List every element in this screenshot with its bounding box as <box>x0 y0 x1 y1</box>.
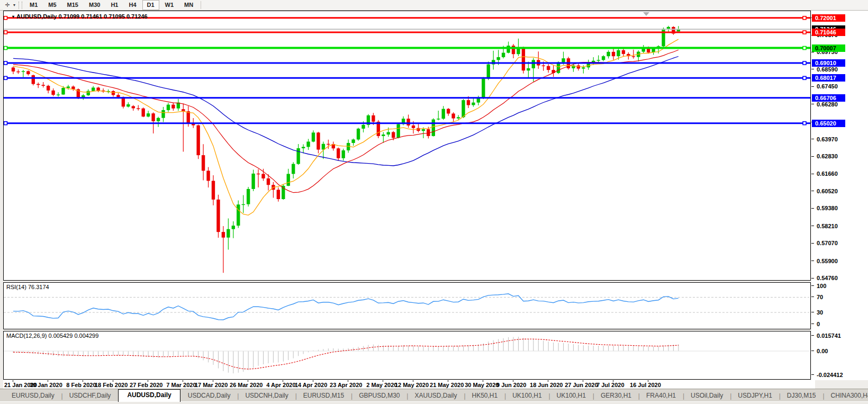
time-axis-label: 2 May 2020 <box>366 382 397 388</box>
price-axis-label: 0.57070 <box>817 240 838 246</box>
chart-title-ohlc: 0.71099 0.71461 0.71095 0.71246 <box>57 13 147 20</box>
chart-title-symbol: AUDUSD,Daily <box>16 13 57 20</box>
price-axis-tick <box>811 156 814 157</box>
price-axis-label: 0.58210 <box>817 223 838 229</box>
price-axis-label: 0.61660 <box>817 170 838 177</box>
chart-tab-uk100-h1[interactable]: UK100,H1| <box>505 390 549 402</box>
rsi-indicator-panel[interactable]: RSI(14) 76.3174 <box>3 282 811 329</box>
price-level-badge: 0.72001 <box>812 14 845 22</box>
macd-axis-label: -0.024412 <box>817 372 843 378</box>
price-axis-label: 0.62830 <box>817 153 838 159</box>
time-axis-label: 7 Jul 2020 <box>596 382 625 388</box>
macd-axis-label: 0.015741 <box>817 333 841 339</box>
chart-tab-eurusd-daily[interactable]: EURUSD,Daily| <box>4 390 62 402</box>
chart-tab-usdcnh-daily[interactable]: USDCNH,Daily| <box>238 390 295 402</box>
rsi-axis-label: 0 <box>817 321 820 327</box>
timeframe-button-m15[interactable]: M15 <box>62 0 83 10</box>
time-axis-label: 27 Feb 2020 <box>130 382 162 388</box>
chart-tab-china300-h4[interactable]: CHINA300,H4 <box>824 390 868 402</box>
time-axis-label: 17 Mar 2020 <box>195 382 228 388</box>
chart-tab-usdjpy-h1[interactable]: USDJPY,H1| <box>730 390 779 402</box>
chart-tab-usdchf-daily[interactable]: USDCHF,Daily <box>62 390 119 402</box>
timeframe-button-m30[interactable]: M30 <box>84 0 105 10</box>
price-axis-tick <box>811 139 814 139</box>
chart-shift-marker-icon <box>643 12 649 16</box>
timeframe-button-h4[interactable]: H4 <box>124 0 141 10</box>
macd-indicator-panel[interactable]: MACD(12,26,9) 0.005429 0.004299 <box>3 331 811 380</box>
timeframe-button-m1[interactable]: M1 <box>25 0 42 10</box>
rsi-axis-tick <box>811 297 814 297</box>
chart-cursor-icon[interactable]: ✛ <box>2 1 13 9</box>
chart-tab-bar: EURUSD,Daily|USDCHF,DailyAUDUSD,DailyUSD… <box>0 389 868 402</box>
price-level-badge: 0.70007 <box>812 44 845 52</box>
ma-mid-line <box>13 50 679 193</box>
price-axis-tick <box>811 208 814 209</box>
price-axis-label: 0.59380 <box>817 205 838 211</box>
rsi-axis-tick <box>811 312 814 312</box>
time-axis-label: 7 Mar 2020 <box>166 382 196 388</box>
price-level-badge: 0.66706 <box>812 94 845 102</box>
timeframe-button-h1[interactable]: H1 <box>106 0 123 10</box>
time-axis-label: 9 Jun 2020 <box>496 382 526 388</box>
timeframe-button-m5[interactable]: M5 <box>43 0 61 10</box>
macd-axis-label: 0.00 <box>817 348 828 354</box>
horizontal-line-0.68017[interactable] <box>4 76 810 79</box>
price-chart-canvas[interactable] <box>4 11 810 280</box>
time-axis-label: 14 Apr 2020 <box>295 382 327 388</box>
price-level-badge: 0.69010 <box>812 59 845 67</box>
rsi-axis-tick <box>811 285 814 286</box>
horizontal-line-0.70007[interactable] <box>4 47 810 50</box>
macd-axis-tick <box>811 351 814 351</box>
horizontal-line-0.71046[interactable] <box>4 31 810 34</box>
price-axis-tick <box>811 191 814 191</box>
rsi-canvas <box>4 283 809 328</box>
main-chart-panel[interactable]: ▾AUDUSD,Daily 0.71099 0.71461 0.71095 0.… <box>3 11 811 281</box>
time-axis-label: 26 Mar 2020 <box>230 382 263 388</box>
price-axis-label: 0.54760 <box>817 275 838 281</box>
price-axis-label: 0.63970 <box>817 136 838 142</box>
chevron-down-icon[interactable]: ▾ <box>13 3 15 7</box>
chart-tab-xauusd-daily[interactable]: XAUUSD,Daily| <box>407 390 464 402</box>
ma-slow-line <box>13 57 679 166</box>
rsi-axis-label: 70 <box>817 294 823 300</box>
macd-label: MACD(12,26,9) 0.005429 0.004299 <box>6 333 98 339</box>
chart-tab-dj30-m15[interactable]: DJ30,M15| <box>780 390 824 402</box>
toolbar-grip-handle[interactable] <box>19 2 22 9</box>
horizontal-line-0.6901[interactable] <box>4 61 810 65</box>
chart-tab-fra40-h1[interactable]: FRA40,H1| <box>639 390 683 402</box>
price-axis-tick <box>811 261 814 261</box>
macd-histogram <box>13 337 679 373</box>
time-axis[interactable]: 21 Jan 202030 Jan 20208 Feb 202018 Feb 2… <box>3 380 815 389</box>
macd-axis-tick <box>811 374 814 375</box>
time-axis-label: 18 Jun 2020 <box>530 382 563 388</box>
timeframe-button-w1[interactable]: W1 <box>160 0 179 10</box>
chart-tab-usoil-daily[interactable]: USOil,Daily| <box>683 390 730 402</box>
time-axis-label: 18 Feb 2020 <box>95 382 128 388</box>
chart-tab-audusd-daily[interactable]: AUDUSD,Daily <box>118 389 180 402</box>
chart-tab-usdcad-daily[interactable]: USDCAD,Daily| <box>180 390 238 402</box>
rsi-line <box>13 294 679 320</box>
toolbar-separator <box>201 1 201 9</box>
chart-tab-hk50-h1[interactable]: HK50,H1| <box>465 390 505 402</box>
price-level-badge: 0.68017 <box>812 74 845 82</box>
price-axis-label: 0.55900 <box>817 258 838 264</box>
rsi-axis-tick <box>811 324 814 324</box>
price-axis-tick <box>811 174 814 174</box>
macd-canvas <box>4 331 809 378</box>
chart-tab-gbpusd-m30[interactable]: GBPUSD,M30| <box>351 390 407 402</box>
time-axis-label: 27 Jun 2020 <box>565 382 598 388</box>
price-level-badge: 0.65020 <box>812 120 845 127</box>
price-axis-label: 0.66280 <box>817 101 838 107</box>
price-level-badge: 0.71046 <box>812 29 845 36</box>
price-axis[interactable]: 0.720100.708700.697300.685900.674500.662… <box>811 11 868 380</box>
chart-tab-uk100-h1[interactable]: UK100,H1| <box>549 390 593 402</box>
timeframe-button-d1[interactable]: D1 <box>142 0 159 10</box>
price-axis-label: 0.60520 <box>817 188 838 194</box>
time-axis-label: 8 Feb 2020 <box>66 382 96 388</box>
time-axis-label: 21 May 2020 <box>430 382 464 388</box>
chart-tab-eurusd-m15[interactable]: EURUSD,M15| <box>296 390 351 402</box>
timeframe-button-mn[interactable]: MN <box>179 0 198 10</box>
chart-tab-ger30-h1[interactable]: GER30,H1| <box>593 390 639 402</box>
time-axis-label: 12 May 2020 <box>395 382 429 388</box>
time-axis-label: 16 Jul 2020 <box>630 382 661 388</box>
